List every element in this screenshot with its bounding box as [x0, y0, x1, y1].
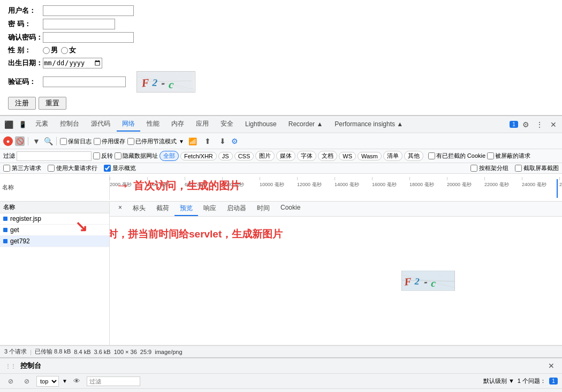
network-setting-icon[interactable]: ⚙ [231, 137, 238, 145]
tab-performance[interactable]: 性能 [141, 117, 165, 132]
download-icon[interactable]: ⬇ [216, 135, 229, 148]
console-clear-button[interactable]: ⊘ [4, 375, 17, 388]
toolbar-divider2 [56, 137, 57, 145]
filter-toggle-button[interactable]: ▼ [32, 136, 41, 146]
search-button[interactable]: 🔍 [43, 136, 53, 146]
filter-wasm[interactable]: Wasm [358, 152, 382, 160]
large-rows-input[interactable] [48, 165, 55, 172]
device-icon[interactable]: 📱 [16, 118, 29, 131]
male-option[interactable]: 男 [43, 45, 58, 55]
context-selector[interactable]: top [36, 376, 59, 387]
birthdate-input[interactable] [43, 58, 102, 68]
disable-cache-input[interactable] [94, 138, 101, 145]
detail-tab-headers[interactable]: 标头 [127, 202, 151, 216]
large-rows-checkbox[interactable]: 使用大量请求行 [48, 164, 97, 172]
group-by-frame-input[interactable] [470, 165, 477, 172]
record-button[interactable]: ● [3, 136, 13, 146]
tab-memory[interactable]: 内存 [166, 117, 189, 132]
tab-elements[interactable]: 元素 [30, 117, 54, 132]
tab-network[interactable]: 网络 [117, 117, 140, 132]
filter-css[interactable]: CSS [234, 152, 254, 160]
detail-tab-initiator[interactable]: 启动器 [222, 202, 252, 216]
close-devtools-button[interactable]: ✕ [547, 118, 560, 131]
filter-all[interactable]: 全部 [160, 151, 179, 161]
filter-fetch-xhr[interactable]: Fetch/XHR [180, 152, 217, 160]
filter-other[interactable]: 其他 [404, 151, 423, 161]
disable-cache-checkbox[interactable]: 停用缓存 [94, 137, 125, 145]
console-filter-input[interactable] [87, 376, 140, 386]
upload-icon[interactable]: ⬆ [201, 135, 214, 148]
filter-js[interactable]: JS [218, 152, 233, 160]
console-stop-button[interactable]: ⊘ [20, 375, 33, 388]
filter-media[interactable]: 媒体 [276, 151, 295, 161]
filter-manifest[interactable]: 清单 [383, 151, 402, 161]
preserve-log-input[interactable] [60, 138, 67, 145]
request-item-get[interactable]: get [0, 225, 109, 236]
reset-button[interactable]: 重置 [39, 97, 66, 110]
blocked-cookies-checkbox[interactable]: 有已拦截的 Cookie [428, 152, 485, 160]
filter-label: 过滤 [3, 152, 15, 160]
detail-tab-response[interactable]: 响应 [198, 202, 222, 216]
hide-data-urls-checkbox[interactable]: 隐藏数据网址 [115, 152, 158, 160]
hide-data-urls-input[interactable] [115, 152, 121, 159]
capture-screenshots-checkbox[interactable]: 截取屏幕截图 [515, 164, 559, 172]
blocked-requests-input[interactable] [487, 152, 494, 159]
console-close-button[interactable]: ✕ [545, 359, 558, 372]
blocked-requests-checkbox[interactable]: 被屏蔽的请求 [487, 152, 530, 160]
captcha-image[interactable]: F 2 - c [136, 71, 195, 93]
more-button[interactable]: ⋮ [533, 118, 546, 131]
tab-sources[interactable]: 源代码 [86, 117, 116, 132]
female-option[interactable]: 女 [61, 45, 76, 55]
tab-security[interactable]: 安全 [215, 117, 239, 132]
female-radio[interactable] [61, 47, 68, 54]
filter-font[interactable]: 字体 [297, 151, 316, 161]
detail-tab-close[interactable]: × [113, 202, 127, 216]
detail-tab-preview[interactable]: 预览 [174, 202, 198, 216]
male-radio[interactable] [43, 47, 50, 54]
tab-lighthouse[interactable]: Lighthouse [240, 118, 282, 131]
username-input[interactable] [43, 5, 134, 16]
tab-console[interactable]: 控制台 [55, 117, 85, 132]
third-party-checkbox[interactable]: 第三方请求 [3, 164, 41, 172]
inspect-icon[interactable]: ⬛ [2, 118, 15, 131]
captcha-input[interactable] [43, 76, 126, 87]
register-button[interactable]: 注册 [8, 97, 36, 110]
tab-recorder[interactable]: Recorder ▲ [283, 118, 329, 131]
confirm-input[interactable] [43, 32, 134, 43]
detail-captcha-preview[interactable]: F 2 - c [401, 271, 455, 291]
filter-doc[interactable]: 文档 [318, 151, 337, 161]
detail-tab-timing[interactable]: 时间 [252, 202, 275, 216]
throttle-checkbox[interactable]: 已停用节流模式 [127, 137, 177, 145]
third-party-input[interactable] [3, 165, 10, 172]
preserve-log-checkbox[interactable]: 保留日志 [60, 137, 92, 145]
detail-tab-cookie[interactable]: Cookie [275, 202, 306, 216]
devtools-tabbar: ⬛ 📱 元素 控制台 源代码 网络 性能 内存 应用 安全 Lighthouse… [0, 116, 562, 133]
detail-tab-payload[interactable]: 截荷 [151, 202, 174, 216]
throttle-dropdown-icon[interactable]: ▼ [179, 139, 184, 144]
log-level-selector[interactable]: 默认级别 ▼ [483, 377, 514, 385]
status-type: image/png [155, 349, 182, 355]
blocked-cookies-input[interactable] [428, 152, 435, 159]
annotation1-container: → 首次访问，生成的图片 [115, 178, 240, 193]
password-input[interactable] [43, 19, 115, 29]
request-item-register[interactable]: register.jsp [0, 213, 109, 225]
tab-performance-insights[interactable]: Performance insights ▲ [329, 118, 408, 131]
context-dropdown[interactable]: ▼ [62, 378, 67, 384]
filter-input[interactable] [17, 151, 92, 161]
detail-content: 点击图片时，拼当前时间给servlet，生成新图片 [110, 217, 562, 345]
filter-img[interactable]: 图片 [255, 151, 275, 161]
throttle-input[interactable] [127, 138, 134, 145]
filter-ws[interactable]: WS [339, 152, 356, 160]
capture-screenshots-input[interactable] [515, 165, 522, 172]
settings-button[interactable]: ⚙ [519, 118, 532, 131]
group-by-frame-checkbox[interactable]: 按框架分组 [470, 164, 508, 172]
invert-input[interactable] [93, 152, 100, 159]
wifi-icon[interactable]: 📶 [186, 135, 199, 148]
show-overview-input[interactable] [104, 165, 111, 172]
clear-button[interactable]: 🚫 [15, 136, 25, 146]
tab-application[interactable]: 应用 [191, 117, 214, 132]
eye-button[interactable]: 👁 [71, 375, 83, 388]
invert-checkbox[interactable]: 反转 [93, 152, 113, 160]
show-overview-checkbox[interactable]: 显示概览 [104, 164, 136, 172]
request-item-get792[interactable]: get792 [0, 236, 109, 247]
